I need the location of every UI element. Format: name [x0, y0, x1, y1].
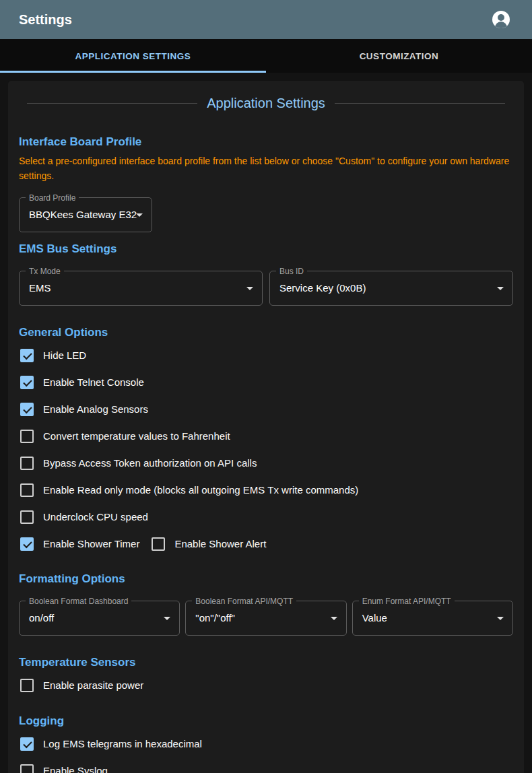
app-title: Settings — [19, 12, 488, 28]
checkbox-label: Underclock CPU speed — [43, 511, 148, 523]
checkbox-row-syslog: Enable Syslog — [19, 758, 513, 773]
account-button[interactable] — [488, 6, 514, 33]
checkbox-label: Enable Shower Alert — [174, 538, 266, 549]
select-value: EMS — [29, 282, 51, 294]
panel-title: Application Settings — [207, 96, 325, 111]
select-value: Value — [362, 612, 387, 624]
divider-line — [335, 103, 505, 104]
checkbox-label: Hide LED — [43, 349, 86, 361]
checkbox[interactable] — [20, 457, 34, 470]
checkbox[interactable] — [20, 737, 34, 751]
checkbox[interactable] — [20, 483, 34, 497]
section-heading: EMS Bus Settings — [19, 242, 513, 256]
checkbox[interactable] — [20, 376, 34, 389]
general-options-list: Hide LED Enable Telnet Console Enable An… — [19, 342, 513, 558]
select-value: "on"/"off" — [195, 612, 235, 624]
tab-bar: APPLICATION SETTINGS CUSTOMIZATION — [0, 39, 532, 73]
select-label: Board Profile — [26, 193, 79, 203]
ems-bus-select-row: Tx Mode EMS Bus ID Service Key (0x0B) — [19, 271, 513, 306]
checkbox-label: Bypass Access Token authorization on API… — [43, 457, 257, 469]
chevron-down-icon — [136, 213, 143, 217]
checkbox[interactable] — [20, 349, 34, 362]
boolean-format-dashboard-select[interactable]: Boolean Format Dashboard on/off — [19, 601, 180, 636]
tab-customization[interactable]: CUSTOMIZATION — [266, 39, 532, 73]
checkbox-row-bypass-token: Bypass Access Token authorization on API… — [19, 450, 513, 477]
section-ems-bus-settings: EMS Bus Settings Tx Mode EMS Bus ID Serv… — [19, 242, 513, 306]
section-heading: Interface Board Profile — [19, 135, 513, 149]
checkbox-row-fahrenheit: Convert temperature values to Fahrenheit — [19, 423, 513, 450]
chevron-down-icon — [497, 617, 504, 620]
account-circle-icon — [492, 11, 510, 28]
chevron-down-icon — [246, 287, 253, 290]
checkbox-row-analog-sensors: Enable Analog Sensors — [19, 396, 513, 423]
board-profile-select[interactable]: Board Profile BBQKees Gateway E32 — [19, 197, 152, 232]
checkbox-label: Convert temperature values to Fahrenheit — [43, 430, 230, 442]
checkbox-row-parasite-power: Enable parasite power — [19, 672, 513, 699]
enum-format-api-select[interactable]: Enum Format API/MQTT Value — [352, 601, 513, 636]
checkbox-label: Enable Shower Timer — [43, 538, 139, 549]
checkbox[interactable] — [20, 764, 34, 773]
select-label: Bus ID — [276, 267, 307, 276]
select-label: Enum Format API/MQTT — [359, 597, 455, 606]
select-label: Tx Mode — [26, 267, 64, 276]
checkbox[interactable] — [20, 679, 34, 692]
section-heading: General Options — [19, 326, 513, 339]
select-value: BBQKees Gateway E32 — [29, 209, 137, 220]
section-general-options: General Options Hide LED Enable Telnet C… — [19, 326, 513, 558]
formatting-select-row: Boolean Format Dashboard on/off Boolean … — [19, 601, 513, 636]
section-temperature-sensors: Temperature Sensors Enable parasite powe… — [19, 656, 513, 699]
settings-panel: Application Settings Interface Board Pro… — [8, 81, 524, 773]
select-value: on/off — [29, 612, 54, 624]
checkbox[interactable] — [20, 510, 34, 524]
checkbox-label: Log EMS telegrams in hexadecimal — [43, 738, 202, 749]
checkbox-label: Enable Telnet Console — [43, 376, 144, 388]
tx-mode-select[interactable]: Tx Mode EMS — [19, 271, 263, 306]
checkbox-row-read-only: Enable Read only mode (blocks all outgoi… — [19, 477, 513, 504]
board-profile-description: Select a pre-configured interface board … — [19, 154, 510, 184]
chevron-down-icon — [331, 617, 337, 620]
app-bar: Settings — [0, 0, 532, 39]
section-heading: Temperature Sensors — [19, 656, 513, 669]
section-interface-board-profile: Interface Board Profile Select a pre-con… — [19, 135, 513, 232]
chevron-down-icon — [497, 287, 504, 290]
checkbox-row-underclock: Underclock CPU speed — [19, 504, 513, 531]
checkbox-row-telnet: Enable Telnet Console — [19, 369, 513, 396]
checkbox-label: Enable Read only mode (blocks all outgoi… — [43, 484, 358, 496]
section-heading: Logging — [19, 714, 513, 728]
chevron-down-icon — [164, 617, 170, 620]
select-label: Boolean Format API/MQTT — [192, 597, 296, 606]
section-logging: Logging Log EMS telegrams in hexadecimal… — [19, 714, 513, 773]
boolean-format-api-select[interactable]: Boolean Format API/MQTT "on"/"off" — [185, 601, 346, 636]
select-label: Boolean Format Dashboard — [26, 597, 131, 606]
checkbox[interactable] — [20, 430, 34, 443]
checkbox-row-hide-led: Hide LED — [19, 342, 513, 369]
checkbox-label: Enable parasite power — [43, 679, 143, 691]
section-heading: Formatting Options — [19, 572, 513, 586]
checkbox-row-shower: Enable Shower Timer Enable Shower Alert — [19, 531, 513, 558]
checkbox-row-log-hex: Log EMS telegrams in hexadecimal — [19, 731, 513, 758]
checkbox[interactable] — [20, 403, 34, 416]
logging-options-list: Log EMS telegrams in hexadecimal Enable … — [19, 731, 513, 773]
divider-line — [27, 103, 197, 104]
select-value: Service Key (0x0B) — [279, 282, 366, 294]
panel-title-row: Application Settings — [27, 96, 505, 111]
tab-application-settings[interactable]: APPLICATION SETTINGS — [0, 39, 266, 73]
bus-id-select[interactable]: Bus ID Service Key (0x0B) — [269, 271, 513, 306]
temperature-options-list: Enable parasite power — [19, 672, 513, 699]
checkbox-label: Enable Syslog — [43, 765, 108, 773]
checkbox[interactable] — [152, 537, 165, 551]
checkbox-label: Enable Analog Sensors — [43, 403, 148, 415]
checkbox[interactable] — [20, 537, 34, 551]
section-formatting-options: Formatting Options Boolean Format Dashbo… — [19, 572, 513, 636]
